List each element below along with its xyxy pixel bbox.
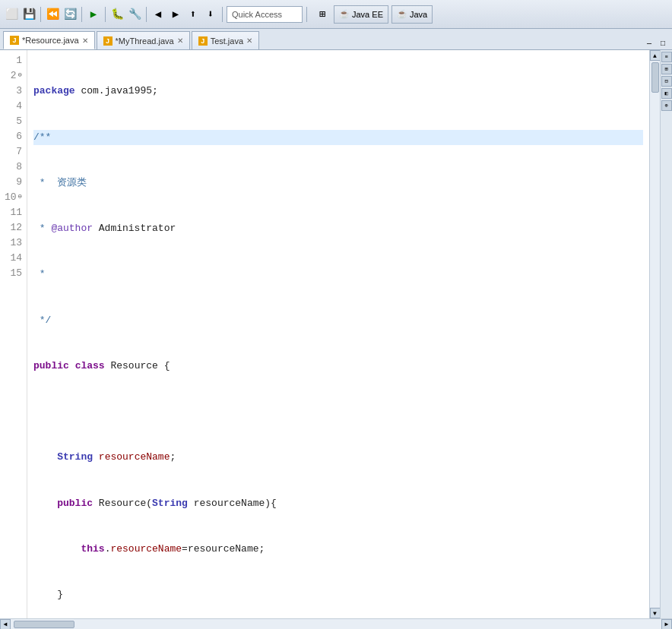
sep1: [40, 7, 41, 22]
perspective-icon[interactable]: ⊞: [314, 6, 331, 23]
line-num-4: 4: [0, 99, 27, 114]
run-icon[interactable]: ▶: [85, 6, 102, 23]
collapse-marker-2[interactable]: ⊖: [18, 71, 22, 81]
code-line-5: *: [33, 267, 643, 282]
code-line-7: public class Resource {: [33, 359, 643, 374]
line-num-8: 8: [0, 160, 27, 175]
test-file-icon: J: [198, 36, 208, 46]
line-num-9: 9: [0, 175, 27, 190]
toolbar-right-group: ⊞ ☕ Java EE ☕ Java: [314, 5, 433, 24]
prev-edit-icon[interactable]: ⏪: [44, 6, 61, 23]
toolbar: ⬜ 💾 ⏪ 🔄 ▶ 🐛 🔧 ◀ ▶ ⬆ ⬇ Quick Access ⊞ ☕ J…: [0, 0, 672, 29]
editor-maximize-btn[interactable]: □: [657, 37, 669, 49]
line-num-2: 2⊖: [0, 68, 27, 84]
scroll-down-arrow[interactable]: ▼: [650, 608, 661, 618]
tab-resource-close[interactable]: ✕: [82, 36, 88, 45]
code-editor[interactable]: package com.java1995; /** * 资源类 * @autho…: [27, 50, 649, 618]
scroll-thumb-h[interactable]: [14, 621, 74, 628]
horizontal-scrollbar: ◀ ▶: [0, 618, 672, 629]
line-num-1: 1: [0, 53, 27, 68]
line-num-14: 14: [0, 251, 27, 266]
java-icon: ☕: [397, 9, 407, 19]
tab-mythread-label: *MyThread.java: [116, 36, 174, 46]
code-line-6: */: [33, 313, 643, 328]
right-panel-icon-5[interactable]: ⊕: [661, 100, 672, 111]
tab-resource-label: *Resource.java: [22, 36, 79, 45]
debug-icon[interactable]: 🐛: [109, 6, 125, 23]
code-line-12: }: [33, 587, 643, 602]
right-panel-icon-4[interactable]: ◧: [661, 88, 672, 99]
line-num-7: 7: [0, 144, 27, 160]
sep4: [146, 7, 147, 22]
save-icon[interactable]: 💾: [21, 6, 37, 23]
code-line-8: [33, 404, 643, 419]
java-ee-label: Java EE: [352, 10, 383, 19]
scroll-right-arrow[interactable]: ▶: [661, 619, 672, 630]
java-ee-icon: ☕: [339, 9, 350, 19]
line-num-11: 11: [0, 205, 27, 220]
tab-test[interactable]: J Test.java ✕: [192, 31, 259, 49]
code-line-1: package com.java1995;: [33, 84, 643, 99]
quick-access-label: Quick Access: [232, 10, 282, 19]
code-line-2: /**: [33, 130, 643, 145]
main-area: 1 2⊖ 3 4 5 6 7 8 9 10⊖ 11 12 13 14 15 pa…: [0, 50, 672, 618]
editor-container: 1 2⊖ 3 4 5 6 7 8 9 10⊖ 11 12 13 14 15 pa…: [0, 50, 649, 618]
nav-back-icon[interactable]: ◀: [150, 6, 166, 23]
line-num-5: 5: [0, 114, 27, 129]
collapse-marker-10[interactable]: ⊖: [18, 192, 22, 203]
sep2: [81, 7, 82, 22]
tab-resource[interactable]: J *Resource.java ✕: [3, 31, 95, 49]
scroll-up-arrow[interactable]: ▲: [650, 50, 661, 61]
sep5: [222, 7, 223, 22]
code-line-4: * @author Administrator: [33, 221, 643, 236]
line-num-10: 10⊖: [0, 190, 27, 205]
tab-test-label: Test.java: [211, 36, 243, 46]
sep6: [306, 7, 307, 22]
line-num-13: 13: [0, 235, 27, 251]
java-btn[interactable]: ☕ Java: [391, 5, 433, 24]
code-line-9: String resourceName;: [33, 450, 643, 466]
new-icon[interactable]: ⬜: [3, 6, 20, 23]
code-line-11: this.resourceName=resourceName;: [33, 542, 643, 557]
line-num-3: 3: [0, 84, 27, 99]
line-numbers: 1 2⊖ 3 4 5 6 7 8 9 10⊖ 11 12 13 14 15: [0, 50, 27, 618]
nav-up-icon[interactable]: ⬆: [185, 6, 201, 23]
ext-tools-icon[interactable]: 🔧: [126, 6, 143, 23]
sep3: [105, 7, 106, 22]
editor-minimize-btn[interactable]: —: [643, 37, 655, 49]
nav-down-icon[interactable]: ⬇: [202, 6, 219, 23]
scroll-left-arrow[interactable]: ◀: [0, 619, 11, 630]
tab-mythread-close[interactable]: ✕: [177, 36, 183, 45]
right-panel: ≡ ⊞ ⊟ ◧ ⊕: [660, 50, 672, 618]
line-num-15: 15: [0, 266, 27, 281]
scroll-track-h[interactable]: [11, 620, 661, 629]
line-num-12: 12: [0, 220, 27, 235]
vertical-scrollbar: ▲ ▼: [649, 50, 660, 618]
code-line-10: public Resource(String resourceName){: [33, 496, 643, 511]
quick-access-input[interactable]: Quick Access: [227, 6, 303, 23]
java-label: Java: [410, 10, 427, 19]
resource-file-icon: J: [10, 36, 19, 45]
toolbar-left-group: ⬜ 💾 ⏪ 🔄 ▶ 🐛 🔧 ◀ ▶ ⬆ ⬇: [3, 6, 225, 23]
refresh-icon[interactable]: 🔄: [62, 6, 78, 23]
mythread-file-icon: J: [103, 36, 113, 46]
right-panel-icon-3[interactable]: ⊟: [661, 76, 672, 87]
scroll-thumb-v[interactable]: [651, 62, 659, 93]
tab-mythread[interactable]: J *MyThread.java ✕: [97, 31, 190, 49]
tabs-bar: J *Resource.java ✕ J *MyThread.java ✕ J …: [0, 29, 672, 50]
nav-fwd-icon[interactable]: ▶: [167, 6, 184, 23]
java-ee-btn[interactable]: ☕ Java EE: [334, 5, 388, 24]
tab-test-close[interactable]: ✕: [246, 36, 252, 45]
line-num-6: 6: [0, 129, 27, 144]
right-panel-icon-1[interactable]: ≡: [661, 52, 672, 62]
scroll-track-v[interactable]: [651, 61, 660, 608]
right-panel-icon-2[interactable]: ⊞: [661, 64, 672, 74]
code-line-3: * 资源类: [33, 175, 643, 191]
